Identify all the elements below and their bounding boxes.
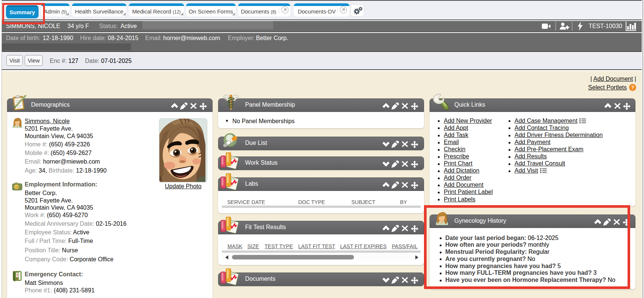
svg-text:?: ? xyxy=(631,85,634,90)
svg-text:!: ! xyxy=(16,273,18,277)
